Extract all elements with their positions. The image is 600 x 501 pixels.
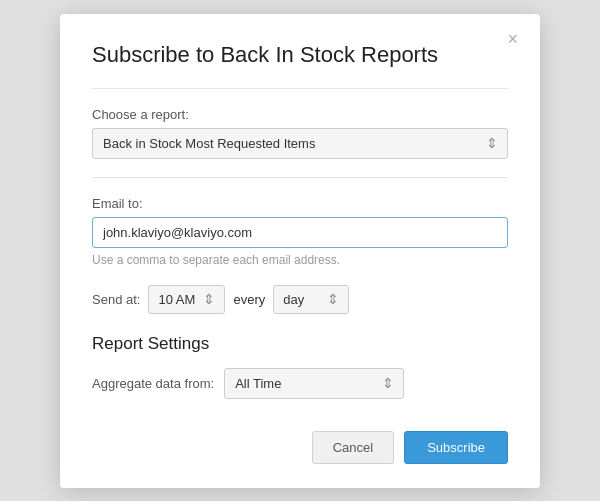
cancel-button[interactable]: Cancel	[312, 431, 394, 464]
time-select[interactable]: 10 AM 9 AM 11 AM 12 PM	[148, 285, 225, 314]
email-hint: Use a comma to separate each email addre…	[92, 253, 508, 267]
send-at-label: Send at:	[92, 292, 140, 307]
divider-2	[92, 177, 508, 178]
time-select-wrapper: 10 AM 9 AM 11 AM 12 PM ⇕	[148, 285, 225, 314]
frequency-select[interactable]: day week month	[273, 285, 349, 314]
frequency-select-wrapper: day week month ⇕	[273, 285, 349, 314]
choose-report-label: Choose a report:	[92, 107, 508, 122]
aggregate-select-wrapper: All Time Last 30 Days Last 7 Days ⇕	[224, 368, 404, 399]
aggregate-select[interactable]: All Time Last 30 Days Last 7 Days	[224, 368, 404, 399]
report-field-group: Choose a report: Back in Stock Most Requ…	[92, 107, 508, 159]
close-button[interactable]: ×	[501, 28, 524, 50]
divider	[92, 88, 508, 89]
modal-title: Subscribe to Back In Stock Reports	[92, 42, 508, 68]
aggregate-row: Aggregate data from: All Time Last 30 Da…	[92, 368, 508, 399]
modal-dialog: × Subscribe to Back In Stock Reports Cho…	[60, 14, 540, 488]
send-row: Send at: 10 AM 9 AM 11 AM 12 PM ⇕ every …	[92, 285, 508, 314]
modal-footer: Cancel Subscribe	[92, 423, 508, 464]
subscribe-button[interactable]: Subscribe	[404, 431, 508, 464]
report-settings-title: Report Settings	[92, 334, 508, 354]
modal-overlay: × Subscribe to Back In Stock Reports Cho…	[0, 0, 600, 501]
every-label: every	[233, 292, 265, 307]
report-select[interactable]: Back in Stock Most Requested Items	[92, 128, 508, 159]
email-input[interactable]	[92, 217, 508, 248]
aggregate-label: Aggregate data from:	[92, 376, 214, 391]
email-field-group: Email to: Use a comma to separate each e…	[92, 196, 508, 267]
report-select-wrapper: Back in Stock Most Requested Items ⇕	[92, 128, 508, 159]
email-label: Email to:	[92, 196, 508, 211]
